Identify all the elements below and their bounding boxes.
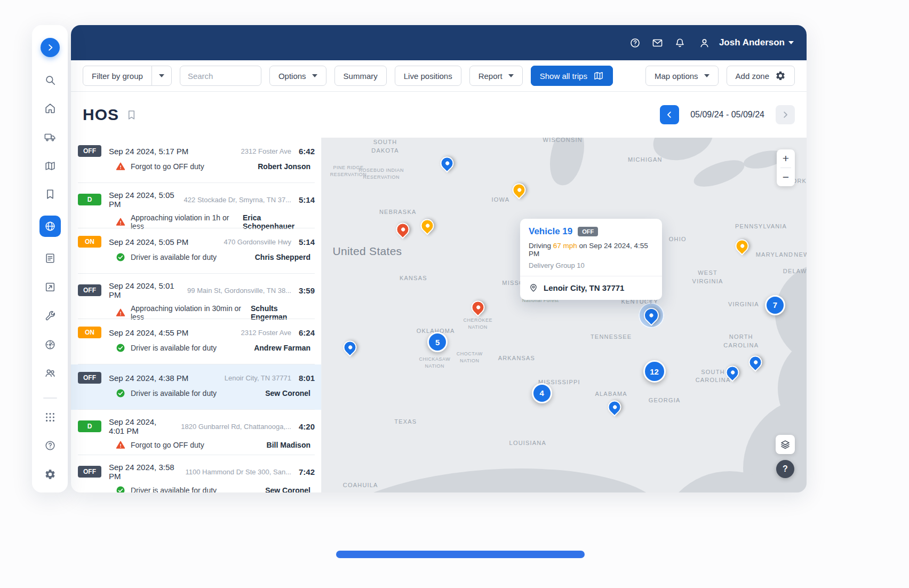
event-message: Driver is available for duty [131,486,217,492]
live-positions-label: Live positions [404,71,452,81]
sidebar-divider [43,398,57,399]
users-icon[interactable] [39,362,61,384]
popup-address-row: Lenoir City, TN 37771 [529,276,653,300]
map-cluster[interactable]: 12 [643,360,666,383]
event-time: Sep 24 2024, 4:38 PM [109,374,188,383]
red-map-pin[interactable] [468,298,487,316]
map-icon [593,70,604,81]
content-body: OFF Sep 24 2024, 5:17 PM 2312 Foster Ave… [71,138,807,492]
hos-event-row[interactable]: D Sep 24 2024, 5:05 PM 422 Stockade Dr, … [71,183,321,228]
blue-map-pin[interactable] [723,363,741,382]
map-label: VIRGINIA [728,300,759,309]
red-map-pin[interactable] [393,220,412,239]
chevron-down-icon [508,74,514,77]
options-button[interactable]: Options [269,66,326,86]
show-all-trips-button[interactable]: Show all trips [531,66,613,86]
map-label: United States [332,243,402,259]
yellow-map-pin[interactable] [418,216,436,235]
globe-icon[interactable] [39,216,61,237]
map[interactable]: Vehicle 19 OFF Driving 67 mph on Sep 24 … [322,138,807,492]
event-driver: Bill Madison [267,441,310,449]
mail-icon[interactable] [647,32,668,53]
tachograph-icon[interactable] [39,334,61,355]
chevron-down-icon [159,74,164,77]
report-button[interactable]: Report [469,66,523,86]
map-label: CHICKASAW NATION [419,356,450,370]
summary-label: Summary [344,71,378,81]
user-menu[interactable]: Josh Anderson [694,32,794,53]
prev-date-button[interactable] [660,105,679,124]
apps-grid-icon[interactable] [39,407,61,428]
yellow-map-pin[interactable] [732,236,751,255]
map-help-button[interactable]: ? [776,460,794,478]
event-message: Driver is available for duty [131,253,217,261]
truck-icon[interactable] [39,126,61,148]
zoom-out-button[interactable]: − [777,168,795,186]
map-icon[interactable] [39,155,61,177]
hos-event-row[interactable]: OFF Sep 24 2024, 5:17 PM 2312 Foster Ave… [71,138,321,183]
event-time: Sep 24 2024, 5:05 PM [109,237,188,247]
hos-event-row[interactable]: D Sep 24 2024, 4:01 PM 1820 Gunbarrel Rd… [71,410,321,455]
event-location: 470 Gordonsville Hwy [224,238,291,246]
search-icon[interactable] [39,69,61,91]
document-icon[interactable] [39,248,61,269]
event-location: 1100 Hammond Dr Ste 300, San... [185,468,291,476]
status-badge: OFF [78,284,101,296]
vehicle-link[interactable]: Vehicle 19 [529,226,572,237]
hos-event-row[interactable]: ON Sep 24 2024, 5:05 PM 470 Gordonsville… [71,228,321,274]
live-positions-button[interactable]: Live positions [395,66,461,86]
hos-event-row[interactable]: OFF Sep 24 2024, 3:58 PM 1100 Hammond Dr… [71,455,321,492]
yellow-map-pin[interactable] [509,180,528,199]
search-input[interactable] [180,66,261,86]
summary-button[interactable]: Summary [334,66,387,86]
map-label: CHEROKEE NATION [463,317,492,331]
home-icon[interactable] [39,98,61,119]
bell-icon[interactable] [669,32,691,53]
bookmark-icon[interactable] [126,109,137,121]
map-label: NEBRASKA [379,208,417,217]
blue-map-pin[interactable] [746,353,764,371]
blue-map-pin[interactable] [438,154,457,172]
speed-value: 67 mph [553,242,577,250]
filter-by-group-button[interactable]: Filter by group [83,66,152,86]
zoom-in-button[interactable]: + [777,149,795,168]
settings-icon[interactable] [39,464,61,485]
map-label: NEW [794,251,807,259]
map-cluster[interactable]: 5 [427,332,448,352]
filter-by-group-caret-button[interactable] [152,66,172,86]
wrench-icon[interactable] [39,305,61,327]
help-icon[interactable] [39,435,61,456]
bookmark-icon[interactable] [39,184,61,205]
add-zone-button[interactable]: Add zone [727,66,795,86]
map-label: SOUTH DAKOTA [371,138,399,155]
status-badge: ON [78,327,101,338]
status-badge: OFF [78,372,101,384]
event-driver: Chris Shepperd [255,253,310,261]
water-shape [691,155,748,192]
map-label: KANSAS [400,274,427,283]
box-arrow-icon[interactable] [39,276,61,298]
filter-by-group-control: Filter by group [83,66,172,86]
map-label: ALABAMA [595,390,627,399]
chevron-right-icon[interactable] [41,38,60,57]
help-icon[interactable] [625,32,646,53]
status-badge: D [78,420,101,432]
warning-icon [116,162,125,171]
event-time: Sep 24 2024, 4:55 PM [109,328,188,337]
layers-button[interactable] [776,435,795,454]
check-icon [116,388,125,398]
hos-event-row[interactable]: OFF Sep 24 2024, 5:01 PM 99 Main St, Gor… [71,274,321,319]
event-duration: 3:59 [299,286,315,295]
hos-event-row[interactable]: OFF Sep 24 2024, 4:38 PM Lenoir City, TN… [71,364,321,410]
hos-event-row[interactable]: ON Sep 24 2024, 4:55 PM 2312 Foster Ave … [71,319,321,364]
event-location: 422 Stockade Dr, Smyrna, TN 37... [184,196,291,204]
next-date-button[interactable] [776,105,795,124]
blue-map-pin[interactable] [340,338,359,356]
map-label: PENNSYLVANIA [735,223,787,231]
event-location: Lenoir City, TN 37771 [225,374,291,382]
map-cluster[interactable]: 7 [765,295,785,315]
blue-map-pin[interactable] [605,398,624,416]
map-cluster[interactable]: 4 [532,383,552,403]
hos-events-list: OFF Sep 24 2024, 5:17 PM 2312 Foster Ave… [71,138,322,492]
map-options-button[interactable]: Map options [645,66,719,86]
